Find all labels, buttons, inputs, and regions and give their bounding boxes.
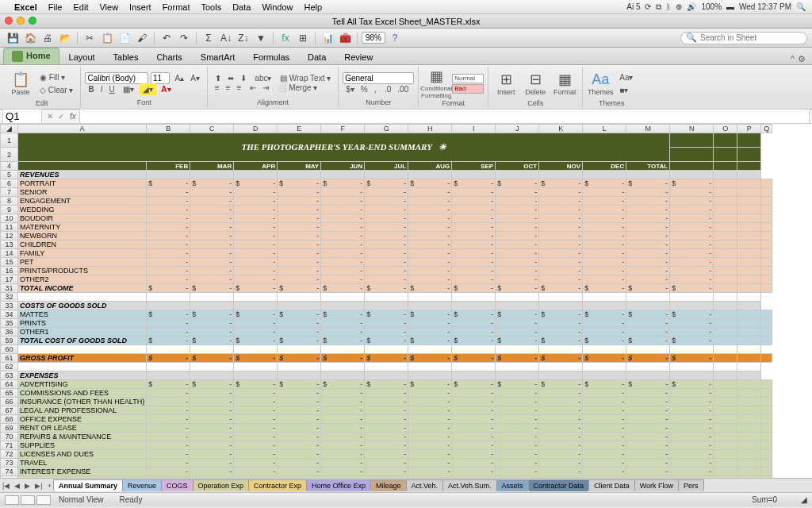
cell[interactable]: - [365,223,408,232]
col-header-P[interactable]: P [737,125,761,133]
decrease-decimal-button[interactable]: .0 [381,83,394,95]
cell[interactable]: - [452,441,496,450]
cell[interactable]: - [539,406,583,415]
row-header-31[interactable]: 31 [1,284,18,293]
cell[interactable]: - [147,214,190,223]
cell[interactable]: $ - [583,380,626,389]
row-label[interactable]: OFFICE EXPENSE [18,415,147,424]
cell[interactable]: $ - [234,284,278,293]
cell[interactable]: - [234,468,278,476]
cell[interactable]: - [234,398,278,406]
row-header-11[interactable]: 11 [1,223,18,232]
open-button[interactable]: 📂 [57,30,73,46]
row-label[interactable]: COMMISSIONS AND FEES [18,389,147,398]
cell[interactable]: - [278,441,321,450]
ribbon-tab-review[interactable]: Review [335,49,381,64]
sheet-search[interactable]: 🔍 [680,32,807,44]
cell[interactable]: - [278,249,321,258]
cell[interactable]: - [452,232,496,241]
cell[interactable]: $ - [278,337,321,345]
cell[interactable]: - [321,188,365,197]
select-all-corner[interactable]: ◢ [1,125,18,133]
cell[interactable]: - [670,214,714,223]
cell[interactable]: - [670,206,714,214]
menu-tools[interactable]: Tools [201,2,221,12]
cell[interactable]: - [234,267,278,275]
cell[interactable]: $ - [539,310,583,319]
cell[interactable]: - [670,223,714,232]
cell[interactable]: - [408,450,452,459]
cell[interactable]: - [234,433,278,441]
cell[interactable]: - [496,398,539,406]
cell[interactable]: - [365,389,408,398]
font-color-button[interactable]: A▾ [158,83,174,95]
cell[interactable]: - [583,389,626,398]
cell[interactable]: - [670,232,714,241]
cell[interactable]: - [278,214,321,223]
cell[interactable]: - [452,319,496,328]
cell[interactable]: $ - [408,179,452,188]
sheet-tab-annual-summary[interactable]: Annual Summary [53,479,123,491]
cell[interactable]: - [452,275,496,284]
cell[interactable]: - [321,223,365,232]
cell[interactable]: - [496,328,539,337]
home-button[interactable]: 🏠 [22,30,38,46]
row-label[interactable]: TRAVEL [18,459,147,468]
cell[interactable]: - [452,267,496,275]
cell[interactable]: - [147,275,190,284]
currency-button[interactable]: $▾ [343,83,358,95]
cell[interactable]: - [452,406,496,415]
cell[interactable]: - [408,249,452,258]
cell[interactable]: - [147,433,190,441]
cell[interactable]: - [670,241,714,249]
cell[interactable]: - [321,214,365,223]
cell[interactable]: - [539,197,583,206]
cell[interactable]: - [190,424,234,433]
row-header-65[interactable]: 65 [1,389,18,398]
cell[interactable]: - [190,328,234,337]
row-label[interactable]: REPAIRS & MAINTENANCE [18,433,147,441]
cell[interactable]: - [452,398,496,406]
row-label[interactable]: SENIOR [18,188,147,197]
row-label[interactable]: CHILDREN [18,241,147,249]
cell[interactable]: - [408,433,452,441]
cell[interactable]: - [452,389,496,398]
cell[interactable]: - [539,468,583,476]
cell[interactable]: $ - [321,380,365,389]
cell[interactable]: - [321,267,365,275]
cell[interactable]: - [583,406,626,415]
cell[interactable]: $ - [147,179,190,188]
cell[interactable]: - [408,328,452,337]
row-label[interactable]: ENGAGEMENT [18,197,147,206]
cell[interactable]: - [626,476,670,479]
cell[interactable]: - [670,267,714,275]
cell[interactable]: - [321,468,365,476]
cell[interactable]: - [539,223,583,232]
cell[interactable]: - [190,232,234,241]
sheet-tab-revenue[interactable]: Revenue [122,479,162,491]
cell[interactable]: - [670,197,714,206]
cell[interactable]: - [190,459,234,468]
decrease-indent-button[interactable]: ⇤ [247,82,259,94]
align-left-button[interactable]: ≡ [212,82,223,94]
cell[interactable]: - [408,275,452,284]
cell[interactable]: - [147,241,190,249]
cell[interactable]: $ - [626,354,670,363]
underline-button[interactable]: U [105,83,117,95]
cell[interactable]: - [278,232,321,241]
row-header-15[interactable]: 15 [1,258,18,267]
cell[interactable]: $ - [408,284,452,293]
cell[interactable]: - [278,188,321,197]
cell[interactable]: $ - [408,310,452,319]
style-normal[interactable]: Normal [452,74,484,83]
cell[interactable]: - [626,319,670,328]
cell[interactable]: - [408,476,452,479]
help-button[interactable]: ? [387,30,403,46]
cell[interactable]: $ - [408,337,452,345]
row-label[interactable]: RENT OR LEASE [18,424,147,433]
cell[interactable]: - [583,249,626,258]
cell[interactable]: - [365,214,408,223]
cell[interactable]: - [583,459,626,468]
row-header-5[interactable]: 5 [1,171,18,179]
cell[interactable]: - [452,450,496,459]
